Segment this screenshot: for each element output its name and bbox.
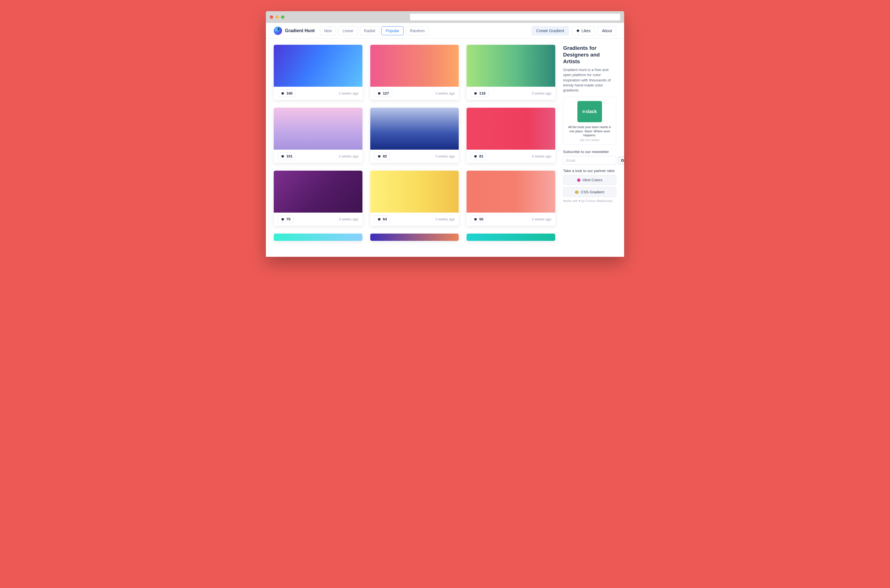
gradient-swatch [274,171,362,213]
heart-icon [281,92,285,95]
gradient-card[interactable]: 823 weeks ago [370,108,459,163]
ad-via: ads via Carbon [567,138,613,141]
heart-icon [576,29,580,33]
like-button[interactable]: 75 [278,215,293,223]
credit-line: Made with ♥ by Franco Maldonado [563,199,616,202]
card-age: 3 weeks ago [339,218,358,221]
gradient-card[interactable]: 503 weeks ago [466,171,555,226]
like-count: 82 [383,154,387,158]
heart-icon [281,154,285,158]
brand[interactable]: Gradient Hunt [274,27,315,35]
window-close-icon[interactable] [270,15,273,19]
carbon-ad[interactable]: ⌗slack All the tools your team needs in … [563,97,616,145]
subscribe-form: Ok [563,156,616,165]
nav-popular[interactable]: Popular [382,26,403,35]
address-bar[interactable] [410,14,620,20]
partner-dot-icon [577,178,580,182]
gradient-swatch [370,171,459,213]
like-button[interactable]: 160 [278,90,296,97]
window-minimize-icon[interactable] [275,15,279,19]
gradient-swatch [466,234,555,241]
like-count: 127 [383,91,389,95]
partner-list: Html ColorsCSS Gradient [563,175,616,197]
like-button[interactable]: 127 [374,90,392,97]
card-footer: 1602 weeks ago [274,87,362,100]
partner-link[interactable]: CSS Gradient [563,187,616,197]
like-count: 64 [383,217,387,221]
ad-brand-name: slack [585,109,597,114]
gradient-swatch [274,234,362,241]
brand-name: Gradient Hunt [285,28,315,33]
gradient-grid: 1602 weeks ago1273 weeks ago1183 weeks a… [274,45,555,257]
card-age: 3 weeks ago [435,218,455,221]
card-footer: 1183 weeks ago [466,87,555,100]
like-count: 101 [286,154,292,158]
gradient-card[interactable]: 1012 weeks ago [274,108,362,163]
card-footer: 503 weeks ago [466,213,555,226]
create-gradient-button[interactable]: Create Gradient [531,26,569,36]
like-button[interactable]: 118 [471,90,489,97]
card-footer: 753 weeks ago [274,213,362,226]
gradient-card[interactable]: 813 weeks ago [466,108,555,163]
card-age: 2 weeks ago [339,92,358,95]
partner-dot-icon [575,190,579,194]
gradient-swatch [274,45,362,87]
card-age: 3 weeks ago [532,218,551,221]
nav-radial[interactable]: Radial [360,26,379,35]
gradient-swatch [370,108,459,150]
like-count: 50 [479,217,483,221]
card-footer: 643 weeks ago [370,213,459,226]
card-footer: 1012 weeks ago [274,150,362,163]
sidebar-description: Gradient Hunt is a free and open platfor… [563,68,616,93]
gradient-card[interactable]: 1602 weeks ago [274,45,362,100]
gradient-card[interactable] [466,234,555,241]
gradient-card[interactable] [370,234,459,241]
gradient-card[interactable]: 643 weeks ago [370,171,459,226]
subscribe-label: Subscribe to our newsletter [563,150,616,154]
partner-label: Html Colors [583,178,603,182]
like-count: 75 [286,217,290,221]
partner-label: CSS Gradient [581,190,604,194]
gradient-swatch [466,45,555,87]
page-body: 1602 weeks ago1273 weeks ago1183 weeks a… [266,39,624,257]
subscribe-button[interactable]: Ok [618,156,624,165]
main-nav: NewLinearRadialPopularRandom [320,26,429,35]
card-age: 3 weeks ago [435,92,455,95]
email-input[interactable] [563,156,616,165]
like-button[interactable]: 82 [374,153,390,160]
about-button[interactable]: About [598,26,616,36]
like-button[interactable]: 101 [278,153,296,160]
partner-link[interactable]: Html Colors [563,175,616,185]
topbar: Gradient Hunt NewLinearRadialPopularRand… [266,23,624,39]
card-footer: 813 weeks ago [466,150,555,163]
nav-linear[interactable]: Linear [338,26,358,35]
likes-button[interactable]: Likes [572,26,595,36]
like-button[interactable]: 64 [374,215,390,223]
gradient-card[interactable]: 1273 weeks ago [370,45,459,100]
card-age: 2 weeks ago [339,154,358,158]
card-footer: 1273 weeks ago [370,87,459,100]
window-zoom-icon[interactable] [281,15,284,19]
like-button[interactable]: 50 [471,215,486,223]
heart-icon [377,92,381,95]
gradient-swatch [274,108,362,150]
card-age: 3 weeks ago [435,154,455,158]
like-count: 81 [479,154,483,158]
likes-label: Likes [582,28,591,33]
heart-icon [474,92,478,95]
partners-label: Take a look to our partner sites [563,169,616,173]
sidebar-title: Gradients for Designers and Artists [563,45,616,64]
nav-random[interactable]: Random [406,26,429,35]
browser-window: Gradient Hunt NewLinearRadialPopularRand… [266,11,624,257]
heart-icon [281,218,285,221]
nav-new[interactable]: New [320,26,336,35]
like-button[interactable]: 81 [471,153,486,160]
gradient-card[interactable]: 753 weeks ago [274,171,362,226]
gradient-swatch [370,234,459,241]
ad-copy: All the tools your team needs in one pla… [567,125,613,137]
gradient-swatch [466,108,555,150]
heart-icon [377,154,381,158]
gradient-card[interactable]: 1183 weeks ago [466,45,555,100]
gradient-card[interactable] [274,234,362,241]
like-count: 160 [286,91,292,95]
